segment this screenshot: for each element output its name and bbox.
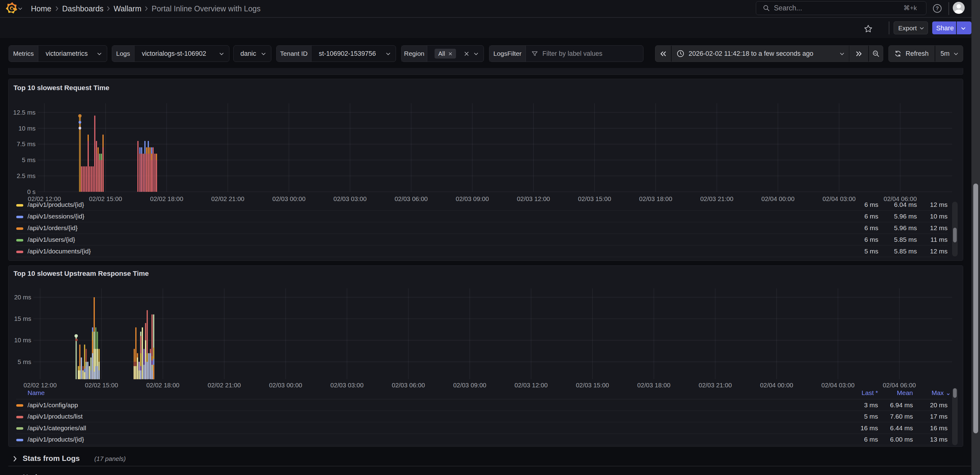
svg-text:02/03 21:00: 02/03 21:00 [700, 195, 733, 202]
svg-text:02/02 18:00: 02/02 18:00 [150, 195, 183, 202]
svg-text:02/04 03:00: 02/04 03:00 [821, 381, 854, 389]
svg-text:02/03 15:00: 02/03 15:00 [578, 195, 611, 202]
svg-text:02/03 03:00: 02/03 03:00 [331, 381, 364, 389]
svg-text:02/03 06:00: 02/03 06:00 [395, 195, 428, 202]
svg-text:2.5 ms: 2.5 ms [16, 172, 35, 179]
svg-text:02/03 00:00: 02/03 00:00 [269, 381, 302, 389]
svg-text:02/03 15:00: 02/03 15:00 [576, 381, 609, 389]
svg-text:02/03 21:00: 02/03 21:00 [698, 381, 732, 389]
svg-text:02/03 18:00: 02/03 18:00 [639, 195, 672, 202]
svg-text:02/03 09:00: 02/03 09:00 [453, 381, 486, 389]
svg-text:20 ms: 20 ms [14, 293, 31, 301]
svg-text:02/04 00:00: 02/04 00:00 [761, 195, 794, 202]
svg-text:10 ms: 10 ms [14, 336, 31, 344]
svg-text:02/02 15:00: 02/02 15:00 [89, 195, 122, 202]
svg-text:5 ms: 5 ms [18, 358, 31, 365]
svg-text:02/02 18:00: 02/02 18:00 [146, 381, 180, 389]
svg-text:0 s: 0 s [27, 188, 35, 195]
svg-text:02/03 03:00: 02/03 03:00 [334, 195, 367, 202]
svg-text:02/02 12:00: 02/02 12:00 [24, 381, 57, 389]
svg-text:5 ms: 5 ms [22, 156, 35, 163]
svg-text:12.5 ms: 12.5 ms [13, 109, 35, 116]
svg-text:02/02 15:00: 02/02 15:00 [85, 381, 118, 389]
svg-text:02/03 00:00: 02/03 00:00 [272, 195, 305, 202]
svg-text:?: ? [935, 5, 939, 11]
svg-text:02/04 00:00: 02/04 00:00 [760, 381, 793, 389]
svg-text:02/03 18:00: 02/03 18:00 [637, 381, 670, 389]
svg-text:02/03 12:00: 02/03 12:00 [517, 195, 550, 202]
svg-text:02/03 06:00: 02/03 06:00 [392, 381, 425, 389]
svg-text:7.5 ms: 7.5 ms [16, 140, 35, 147]
svg-text:02/04 06:00: 02/04 06:00 [883, 381, 916, 389]
svg-text:02/02 21:00: 02/02 21:00 [211, 195, 244, 202]
svg-text:02/03 12:00: 02/03 12:00 [514, 381, 547, 389]
svg-text:02/02 21:00: 02/02 21:00 [208, 381, 241, 389]
svg-text:02/03 09:00: 02/03 09:00 [456, 195, 489, 202]
svg-text:10 ms: 10 ms [18, 125, 35, 132]
svg-text:15 ms: 15 ms [14, 315, 31, 322]
